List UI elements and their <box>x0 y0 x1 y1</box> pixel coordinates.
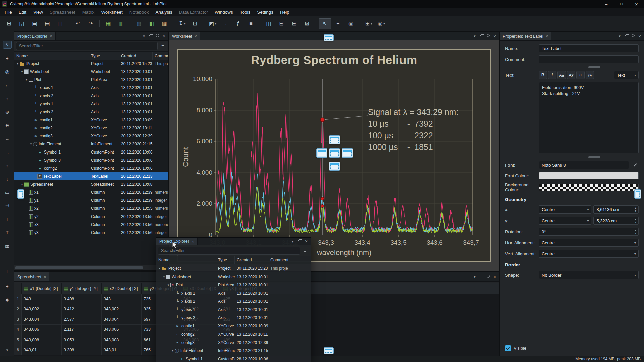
tab-worksheet[interactable]: Worksheet <box>169 32 200 40</box>
column-header-name[interactable]: Name <box>156 256 216 264</box>
close-button[interactable] <box>629 0 644 8</box>
dock-close-icon[interactable] <box>492 33 498 39</box>
table-cell[interactable]: 2.577 <box>62 314 102 325</box>
splitter-handle[interactable] <box>588 66 600 68</box>
column-header-type[interactable]: Type <box>216 256 235 264</box>
select-mode-button[interactable]: ↖ <box>319 18 331 29</box>
background-colour-swatch[interactable] <box>539 184 639 191</box>
table-cell[interactable]: 3.308 <box>62 345 102 356</box>
dock-close-icon[interactable] <box>637 33 643 39</box>
horizontal-layout-button[interactable]: ⊟ <box>275 19 287 29</box>
tree-row-y-axis-1[interactable]: y axis 1Axis13.12.2020 10:01 <box>14 100 168 108</box>
zoom-y-select-tool-button[interactable]: ↕ <box>3 95 11 102</box>
new-plot-area-button[interactable]: ◩▾ <box>207 19 219 29</box>
floating-project-explorer[interactable]: Project Explorer NameTypeCreatedComment … <box>156 237 311 362</box>
tree-row-worksheet[interactable]: ▾WorksheetWorksheet13.12.2020 10:01 <box>156 273 311 281</box>
table-cell[interactable]: 343,004 <box>102 314 142 325</box>
tree-row-x-axis-2[interactable]: x axis 2Axis13.12.2020 10:01 <box>156 297 311 306</box>
tree-row-config2[interactable]: config2XYCurve13.12.2020 10:11 <box>156 330 311 339</box>
column-header-type[interactable]: Type <box>89 52 119 60</box>
new-workbook-button[interactable]: ▦ <box>102 19 114 29</box>
x-value-spinbox[interactable]: 8,61136 cm <box>593 205 639 214</box>
add-curve-tool-button[interactable]: ≈ <box>3 256 11 263</box>
dock-menu-icon[interactable] <box>472 33 478 39</box>
table-cell[interactable]: 343,008 <box>22 335 62 345</box>
row-number[interactable]: 3 <box>14 314 22 325</box>
tree-row-config3[interactable]: config3XYCurve20.12.2020 12:39 <box>156 339 311 347</box>
open-project-button[interactable]: ◱ <box>16 19 28 29</box>
tab-close-icon[interactable] <box>546 34 548 39</box>
add-text-tool-button[interactable]: T <box>3 229 11 236</box>
tab-project-explorer[interactable]: Project Explorer <box>14 32 56 40</box>
tree-row-plot[interactable]: ▾PlotPlot Area13.12.2020 10:01 <box>14 76 168 84</box>
redo-button[interactable]: ↷ <box>85 19 97 29</box>
menu-edit[interactable]: Edit <box>15 8 30 16</box>
tab-close-icon[interactable] <box>44 274 46 279</box>
shift-down-tool-button[interactable]: ↓ <box>3 175 11 183</box>
superscript-button[interactable]: A▴ <box>557 71 566 79</box>
dock-close-icon[interactable] <box>161 33 167 39</box>
info-element-label[interactable]: Signal at λ = 343.29 nm: 10 µs7392100 µs… <box>368 106 459 153</box>
subscript-button[interactable]: A▾ <box>567 71 575 79</box>
row-number[interactable]: 5 <box>14 335 22 345</box>
name-field[interactable] <box>539 44 639 52</box>
table-cell[interactable]: 343,01 <box>102 345 142 356</box>
table-cell[interactable]: 343,004 <box>22 314 62 325</box>
text-editor[interactable]: Field ionisation: 900V Stark splitting: … <box>539 82 639 153</box>
datetime-button[interactable]: ◷ <box>586 71 594 79</box>
add-xy-curve-button[interactable]: ≈ <box>219 19 231 29</box>
tree-row-spreadsheet[interactable]: ▾SpreadsheetSpreadsheet13.12.2020 10:08 <box>14 180 168 188</box>
drop-indicator-edge-bottom[interactable] <box>324 347 334 354</box>
dock-close-icon[interactable] <box>492 274 498 280</box>
dock-menu-icon[interactable] <box>141 33 147 39</box>
crosshair-tool-button[interactable]: + <box>3 55 11 62</box>
table-cell[interactable]: 343 <box>22 294 62 304</box>
save-project-button[interactable]: ▣ <box>29 19 41 29</box>
shift-left-tool-button[interactable]: ← <box>3 135 11 142</box>
filter-options-button[interactable] <box>301 247 309 255</box>
grid-layout-button[interactable]: ⊞ <box>288 19 300 29</box>
dock-menu-icon[interactable] <box>616 33 623 39</box>
table-cell[interactable]: 343,002 <box>102 304 142 315</box>
menu-tools[interactable]: Tools <box>236 8 254 16</box>
minimize-button[interactable] <box>599 0 614 8</box>
zoom-select-tool-button[interactable]: ◎ <box>3 68 11 75</box>
toolbar-extension-icon[interactable]: ▾ <box>6 348 8 352</box>
dock-pin-icon[interactable] <box>630 33 636 39</box>
tree-row-symbol-1[interactable]: Symbol 1CustomPoint28.12.2020 10:06 <box>14 148 168 156</box>
y-position-dropdown[interactable]: Centre <box>539 217 591 225</box>
tree-row-symbol-3[interactable]: Symbol 3CustomPoint28.12.2020 10:06 <box>14 156 168 164</box>
auto-scale-x-tool-button[interactable]: ⊣ <box>3 202 11 209</box>
zoom-in-tool-button[interactable]: ⊕ <box>3 108 11 116</box>
zoom-select-mode-button[interactable]: ◎ <box>345 19 357 29</box>
add-legend-button[interactable]: ≡ <box>245 19 257 29</box>
tree-row-x2[interactable]: x2Column20.12.2020 13:55numerical <box>14 204 168 213</box>
add-point-tool-button[interactable]: + <box>3 283 11 290</box>
vert-alignment-dropdown[interactable]: Centre <box>539 250 639 258</box>
text-mode-dropdown[interactable]: Text <box>614 71 639 79</box>
new-project-button[interactable]: ⊞ <box>3 19 15 29</box>
magnification-combo-button[interactable]: ◎▾ <box>375 19 387 29</box>
horizontal-scrollbar[interactable] <box>15 266 168 269</box>
row-number[interactable]: 6 <box>14 345 22 356</box>
filter-options-button[interactable] <box>159 42 167 50</box>
table-cell[interactable]: 343,006 <box>22 325 62 335</box>
add-equation-curve-button[interactable]: ƒ <box>232 19 244 29</box>
menu-data-extractor[interactable]: Data Extractor <box>176 8 211 16</box>
rotation-spinbox[interactable]: 0° <box>539 228 639 236</box>
hor-alignment-dropdown[interactable]: Centre <box>539 239 639 247</box>
menu-windows[interactable]: Windows <box>211 8 236 16</box>
search-input[interactable] <box>158 247 300 255</box>
tree-row-config1[interactable]: config1XYCurve13.12.2020 10:09 <box>14 116 168 124</box>
auto-scale-y-tool-button[interactable]: ⊥ <box>3 216 11 223</box>
import-from-file-button[interactable]: ↧▾ <box>176 19 188 29</box>
tree-row-y-axis-1[interactable]: y axis 1Axis13.12.2020 10:01 <box>156 306 311 314</box>
tab-properties-text-label[interactable]: Properties: Text Label <box>500 32 551 40</box>
column-header-x2[interactable]: x2 {Double} [X] <box>102 283 142 294</box>
menu-analysis[interactable]: Analysis <box>152 8 175 16</box>
tree-row-text-label[interactable]: Text LabelTextLabel20.12.2020 21:13 <box>14 172 168 180</box>
drop-indicator-edge-left[interactable] <box>17 189 24 199</box>
dock-menu-icon[interactable] <box>290 238 296 244</box>
drop-indicator-bottom[interactable] <box>329 162 340 171</box>
tree-row-x1[interactable]: x1Column20.12.2020 12:39numerical <box>14 188 168 196</box>
